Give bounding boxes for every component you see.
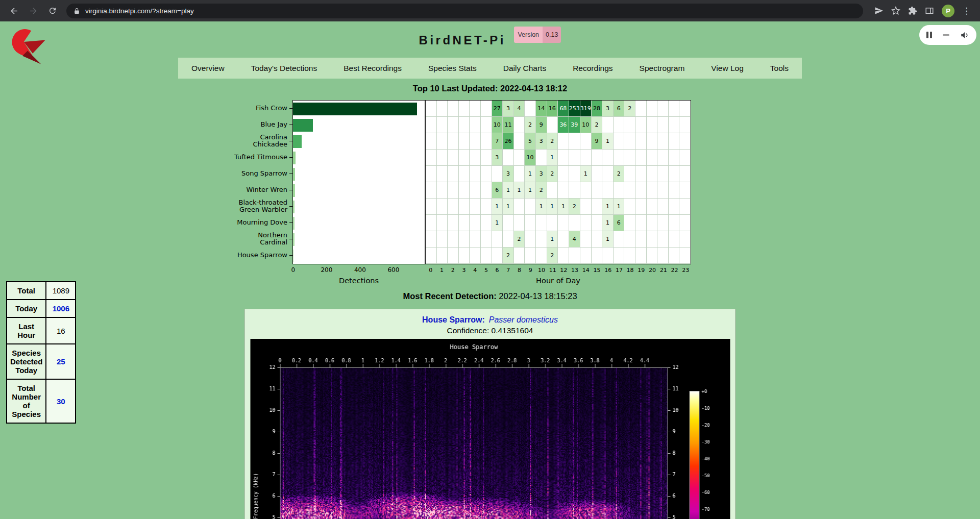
heat-cell (592, 182, 603, 199)
heat-cell (602, 166, 614, 182)
nav-item-spectrogram[interactable]: Spectrogram (626, 58, 698, 79)
heat-cell (558, 133, 569, 150)
heat-cell (569, 215, 580, 231)
nav-item-overview[interactable]: Overview (178, 58, 238, 79)
heat-cell (614, 133, 625, 150)
nav-item-tools[interactable]: Tools (757, 58, 802, 79)
stat-value[interactable]: 30 (46, 379, 76, 423)
nav-item-best-recordings[interactable]: Best Recordings (330, 58, 415, 79)
extensions-icon[interactable] (908, 6, 917, 15)
heat-cell (679, 182, 691, 199)
bar (293, 152, 296, 164)
heat-cell: 2 (536, 182, 547, 199)
heat-cell (657, 101, 669, 117)
stat-label: Species Detected Today (7, 344, 46, 379)
nav-item-recordings[interactable]: Recordings (559, 58, 626, 79)
hour-axis-tick: 5 (481, 267, 492, 275)
side-panel-icon[interactable] (925, 6, 934, 15)
back-icon (9, 6, 19, 16)
stats-row: Total Number of Species30 (7, 379, 76, 423)
heat-cell: 6 (614, 101, 625, 117)
heat-cell (647, 101, 658, 117)
hour-axis-tick: 16 (602, 267, 614, 275)
nav-item-today-s-detections[interactable]: Today's Detections (238, 58, 331, 79)
hour-axis-tick: 20 (647, 267, 658, 275)
nav-item-species-stats[interactable]: Species Stats (415, 58, 490, 79)
forward-icon (29, 6, 38, 16)
back-button[interactable] (5, 2, 22, 19)
heat-cell: 2 (525, 117, 536, 133)
heat-cell (536, 248, 547, 264)
heat-cell (669, 166, 680, 182)
heat-cell (459, 133, 470, 150)
heat-cell (426, 133, 437, 150)
heat-cell (602, 150, 614, 166)
masthead: BirdNET-Pi Version0.13 (0, 27, 980, 48)
heat-cell: 1 (580, 166, 592, 182)
heat-cell: 3 (492, 150, 503, 166)
species-label-text: Black-throated Green Warbler (230, 199, 287, 213)
heat-cell (514, 199, 525, 215)
heat-cell: 1 (614, 199, 625, 215)
species-label-text: Blue Jay (261, 121, 287, 128)
url-bar[interactable]: virginia.birdnetpi.com/?stream=play (66, 4, 863, 18)
species-label: Black-throated Green Warbler (218, 198, 292, 214)
heat-cell (679, 199, 691, 215)
stats-row: Last Hour16 (7, 317, 76, 344)
hour-axis-tick: 9 (525, 267, 536, 275)
bar-axis-tick: 200 (321, 266, 332, 274)
bar-axis-tick: 0 (291, 266, 296, 274)
seek-bar[interactable] (943, 34, 949, 36)
heat-cell (448, 182, 459, 199)
heat-cell (669, 133, 680, 150)
heat-cell (647, 150, 658, 166)
heat-cell: 27 (492, 101, 503, 117)
bar-row (293, 215, 425, 231)
heat-cell (647, 231, 658, 248)
scientific-name-link[interactable]: Passer domesticus (489, 315, 558, 324)
forward-button[interactable] (24, 2, 42, 19)
heat-cell (624, 117, 635, 133)
chart-axes: 0200400600 Detections 012345678910111213… (218, 266, 691, 285)
nav-item-view-log[interactable]: View Log (698, 58, 756, 79)
heat-cell (514, 215, 525, 231)
hour-axis-tick: 2 (447, 267, 458, 275)
reload-button[interactable] (44, 2, 61, 19)
pause-button[interactable] (926, 32, 932, 38)
heat-cell (503, 231, 514, 248)
heat-cell: 2 (592, 117, 603, 133)
version-label: Version (514, 27, 543, 43)
heat-cell (635, 133, 647, 150)
hour-axis-tick: 13 (569, 267, 580, 275)
hour-axis-tick: 12 (558, 267, 570, 275)
heat-cell (525, 101, 536, 117)
stat-value[interactable]: 25 (46, 344, 76, 379)
heat-cell (525, 248, 536, 264)
bar (293, 201, 295, 213)
volume-icon[interactable] (960, 31, 969, 40)
heat-cell (470, 101, 481, 117)
heat-cell: 2 (547, 248, 558, 264)
species-name-link[interactable]: House Sparrow: (422, 315, 485, 324)
species-label: Blue Jay (218, 116, 292, 133)
heat-cell (470, 248, 481, 264)
nav-item-daily-charts[interactable]: Daily Charts (490, 58, 559, 79)
bookmark-star-icon[interactable] (891, 6, 900, 15)
bar-row (293, 248, 425, 264)
heat-cell (470, 199, 481, 215)
profile-avatar[interactable]: P (942, 5, 954, 17)
stat-value[interactable]: 1006 (46, 300, 76, 317)
heat-cell (657, 248, 669, 264)
heat-cell (647, 248, 658, 264)
send-icon[interactable] (874, 6, 884, 15)
heat-cell: 1 (558, 199, 569, 215)
menu-icon[interactable]: ⋮ (962, 7, 971, 15)
heat-cell (481, 215, 492, 231)
heat-cell (669, 199, 680, 215)
heat-cell (614, 182, 625, 199)
bar (293, 184, 295, 197)
species-label: Song Sparrow (218, 165, 292, 182)
stat-label: Total Number of Species (7, 379, 46, 423)
spectrogram-image (250, 339, 730, 519)
heat-cell (657, 133, 669, 150)
